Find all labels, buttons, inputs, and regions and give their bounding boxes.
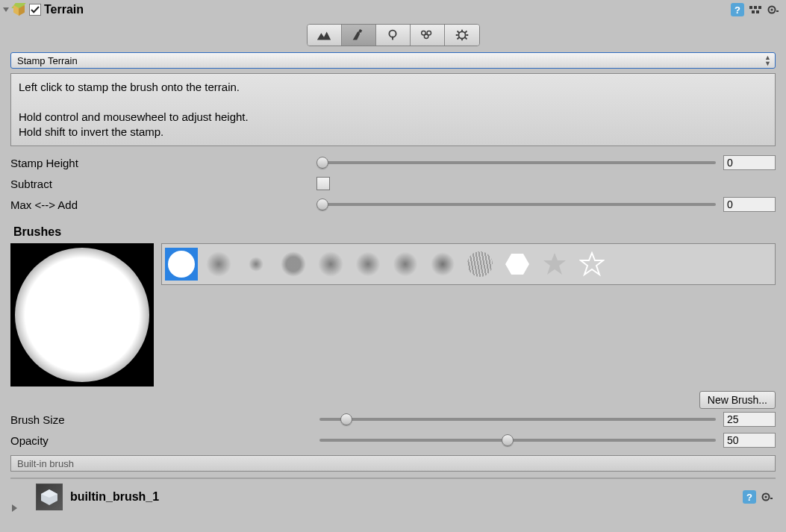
opacity-label: Opacity [10,434,316,447]
brush-thumb-star-outline[interactable] [576,248,608,281]
brush-thumb-selected[interactable] [165,248,198,281]
tool-help-box: Left click to stamp the brush onto the t… [10,73,776,146]
svg-rect-7 [776,10,779,12]
brush-preview [10,243,154,387]
svg-point-26 [764,495,767,498]
help-icon[interactable]: ? [743,490,756,504]
svg-rect-27 [770,498,773,499]
svg-point-6 [770,8,773,10]
tool-paint-trees[interactable] [376,25,411,46]
component-foldout[interactable] [3,7,9,12]
brush-thumb[interactable] [389,248,422,281]
stamp-height-label: Stamp Height [10,157,316,169]
dropdown-arrows-icon: ▲▼ [764,54,770,66]
component-enabled-checkbox[interactable] [29,4,41,16]
component-title: Terrain [44,3,84,16]
terrain-tool-group [307,24,480,46]
terrain-icon [11,2,26,17]
brush-thumb[interactable] [202,248,235,281]
tool-paint-details[interactable] [411,25,445,46]
stamp-height-field[interactable]: 0 [723,155,776,170]
brush-size-label: Brush Size [10,413,316,426]
svg-line-22 [457,37,458,39]
opacity-field[interactable]: 50 [723,433,776,448]
brush-thumb[interactable] [464,248,496,281]
brush-thumb-hexagon[interactable] [501,248,534,281]
brush-thumb[interactable] [277,248,310,281]
max-add-slider[interactable] [316,197,719,212]
new-brush-button[interactable]: New Brush... [699,391,776,409]
subtract-checkbox[interactable] [316,177,330,190]
help-line: Hold control and mousewheel to adjust he… [19,110,767,125]
svg-point-14 [458,31,465,38]
asset-thumbnail [36,484,63,510]
svg-rect-1 [754,6,757,9]
tool-paint-terrain[interactable] [342,25,376,46]
svg-line-19 [457,31,458,33]
stamp-height-slider[interactable] [316,155,719,170]
help-line: Left click to stamp the brush onto the t… [19,80,767,95]
tool-terrain-settings[interactable] [445,25,479,46]
svg-rect-4 [756,10,759,13]
help-line: Hold shift to invert the stamp. [19,125,767,140]
max-add-field[interactable]: 0 [723,197,776,212]
paint-mode-dropdown[interactable]: Stamp Terrain ▲▼ [10,52,776,69]
brush-size-slider[interactable] [316,412,719,427]
brush-thumb[interactable] [314,248,347,281]
brush-thumb[interactable] [240,248,272,281]
asset-name: builtin_brush_1 [70,490,159,504]
svg-rect-0 [749,6,752,9]
svg-rect-3 [752,10,755,13]
gear-icon[interactable] [761,490,774,504]
svg-point-13 [424,34,428,39]
subtract-label: Subtract [10,178,316,190]
svg-line-21 [465,31,467,33]
brush-note: Built-in brush [10,455,776,472]
svg-point-9 [389,31,396,37]
gear-icon[interactable] [767,3,780,16]
opacity-slider[interactable] [316,433,719,448]
max-add-label: Max <--> Add [10,198,316,211]
tool-raise-lower[interactable] [308,25,342,46]
brush-size-field[interactable]: 25 [723,412,776,427]
svg-line-20 [465,37,467,39]
preset-icon[interactable] [749,3,762,16]
brush-thumbnail-list [161,243,776,285]
help-blank [19,95,767,110]
brush-thumb[interactable] [352,248,384,281]
help-icon[interactable]: ? [731,3,744,16]
svg-rect-2 [758,6,761,9]
brush-thumb-star[interactable] [538,248,571,281]
brush-thumb[interactable] [426,248,459,281]
asset-foldout[interactable] [12,504,17,512]
svg-rect-10 [392,37,393,40]
brushes-title: Brushes [13,225,776,239]
paint-mode-value: Stamp Terrain [17,55,78,66]
